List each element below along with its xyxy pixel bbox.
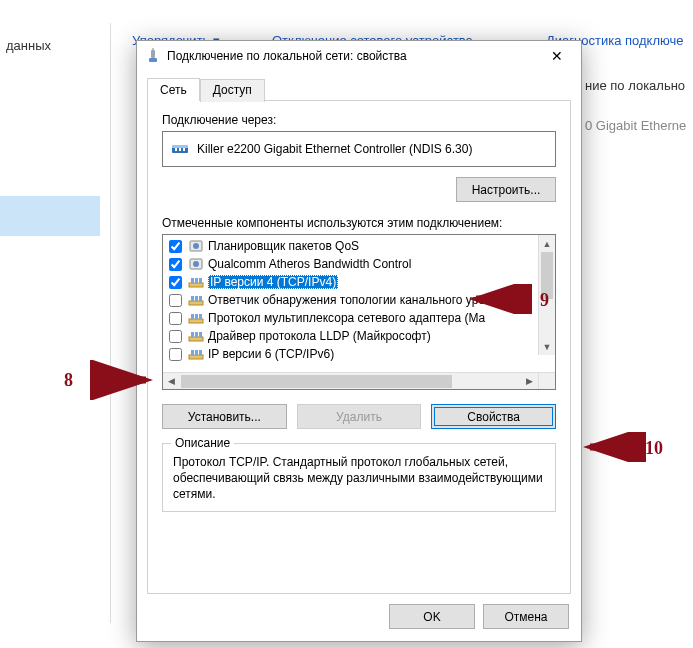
adapter-name: Killer e2200 Gigabit Ethernet Controller… [197, 142, 472, 156]
horizontal-scrollbar[interactable]: ◀ ▶ [163, 372, 538, 389]
component-checkbox[interactable] [169, 312, 182, 325]
service-icon [188, 239, 204, 253]
components-label: Отмеченные компоненты используются этим … [162, 216, 556, 230]
connect-via-label: Подключение через: [162, 113, 556, 127]
svg-rect-25 [191, 332, 194, 337]
svg-rect-21 [191, 314, 194, 319]
svg-rect-1 [149, 58, 157, 62]
svg-rect-22 [195, 314, 198, 319]
scroll-corner [538, 372, 555, 389]
bg-selection-highlight [0, 196, 100, 236]
svg-rect-18 [195, 296, 198, 301]
component-label: Планировщик пакетов QoS [208, 239, 359, 253]
svg-rect-7 [183, 148, 185, 151]
cancel-button[interactable]: Отмена [483, 604, 569, 629]
vertical-scrollbar[interactable]: ▲ ▼ [538, 235, 555, 355]
close-button[interactable]: ✕ [535, 42, 579, 70]
scroll-right-icon[interactable]: ▶ [521, 373, 538, 390]
scroll-up-icon[interactable]: ▲ [539, 235, 555, 252]
component-item[interactable]: Драйвер протокола LLDP (Майкрософт) [165, 327, 536, 345]
svg-rect-15 [199, 278, 202, 283]
component-item[interactable]: Протокол мультиплексора сетевого адаптер… [165, 309, 536, 327]
component-label: IP версии 6 (TCP/IPv6) [208, 347, 334, 361]
component-item[interactable]: Qualcomm Atheros Bandwidth Control [165, 255, 536, 273]
network-adapter-icon [145, 48, 161, 64]
tab-sharing[interactable]: Доступ [200, 79, 265, 102]
svg-rect-23 [199, 314, 202, 319]
svg-rect-16 [189, 301, 203, 305]
svg-point-9 [193, 243, 199, 249]
bg-label-data: данных [6, 38, 51, 53]
nic-icon [171, 142, 189, 156]
svg-rect-30 [195, 350, 198, 355]
protocol-icon [188, 275, 204, 289]
svg-rect-17 [191, 296, 194, 301]
component-checkbox[interactable] [169, 276, 182, 289]
close-icon: ✕ [551, 48, 563, 64]
protocol-icon [188, 293, 204, 307]
scroll-thumb-v[interactable] [541, 252, 553, 299]
svg-rect-12 [189, 283, 203, 287]
component-label: Драйвер протокола LLDP (Майкрософт) [208, 329, 431, 343]
component-label: Протокол мультиплексора сетевого адаптер… [208, 311, 485, 325]
tab-network[interactable]: Сеть [147, 78, 200, 101]
svg-rect-29 [191, 350, 194, 355]
description-groupbox: Описание Протокол TCP/IP. Стандартный пр… [162, 443, 556, 512]
protocol-icon [188, 329, 204, 343]
svg-rect-6 [179, 148, 181, 151]
component-label: IP версии 4 (TCP/IPv4) [208, 275, 338, 289]
scroll-thumb-h[interactable] [181, 375, 452, 388]
remove-button: Удалить [297, 404, 422, 429]
component-item[interactable]: IP версии 6 (TCP/IPv6) [165, 345, 536, 363]
component-label: Qualcomm Atheros Bandwidth Control [208, 257, 411, 271]
component-checkbox[interactable] [169, 258, 182, 271]
svg-rect-19 [199, 296, 202, 301]
adapter-box[interactable]: Killer e2200 Gigabit Ethernet Controller… [162, 131, 556, 167]
bg-conn-name: ние по локально [585, 78, 685, 93]
install-button[interactable]: Установить... [162, 404, 287, 429]
component-checkbox[interactable] [169, 348, 182, 361]
svg-rect-24 [189, 337, 203, 341]
component-item[interactable]: Планировщик пакетов QoS [165, 237, 536, 255]
protocol-icon [188, 347, 204, 361]
tab-strip: Сеть Доступ [147, 77, 571, 100]
properties-button[interactable]: Свойства [431, 404, 556, 429]
scroll-down-icon[interactable]: ▼ [539, 338, 555, 355]
component-checkbox[interactable] [169, 294, 182, 307]
description-text: Протокол TCP/IP. Стандартный протокол гл… [173, 454, 545, 503]
svg-rect-4 [172, 145, 188, 148]
component-item[interactable]: IP версии 4 (TCP/IPv4) [165, 273, 536, 291]
service-icon [188, 257, 204, 271]
component-label: Ответчик обнаружения топологии канальног… [208, 293, 491, 307]
svg-rect-0 [151, 50, 155, 58]
svg-rect-28 [189, 355, 203, 359]
annotation-arrow-10 [580, 432, 660, 462]
dialog-title: Подключение по локальной сети: свойства [167, 49, 535, 63]
components-list: Планировщик пакетов QoSQualcomm Atheros … [162, 234, 556, 390]
annotation-label-10: 10 [645, 438, 663, 459]
component-item[interactable]: Ответчик обнаружения топологии канальног… [165, 291, 536, 309]
configure-button[interactable]: Настроить... [456, 177, 556, 202]
tab-panel-network: Подключение через: Killer e2200 Gigabit … [147, 100, 571, 594]
component-checkbox[interactable] [169, 330, 182, 343]
component-checkbox[interactable] [169, 240, 182, 253]
svg-rect-20 [189, 319, 203, 323]
description-legend: Описание [171, 436, 234, 450]
scroll-left-icon[interactable]: ◀ [163, 373, 180, 390]
bg-nic-name: 0 Gigabit Etherne [585, 118, 686, 133]
properties-dialog: Подключение по локальной сети: свойства … [136, 40, 582, 642]
svg-rect-13 [191, 278, 194, 283]
svg-rect-14 [195, 278, 198, 283]
titlebar[interactable]: Подключение по локальной сети: свойства … [137, 41, 581, 71]
svg-rect-31 [199, 350, 202, 355]
ok-button[interactable]: OK [389, 604, 475, 629]
annotation-label-8: 8 [64, 370, 73, 391]
svg-rect-5 [175, 148, 177, 151]
svg-rect-27 [199, 332, 202, 337]
protocol-icon [188, 311, 204, 325]
svg-point-11 [193, 261, 199, 267]
svg-rect-26 [195, 332, 198, 337]
